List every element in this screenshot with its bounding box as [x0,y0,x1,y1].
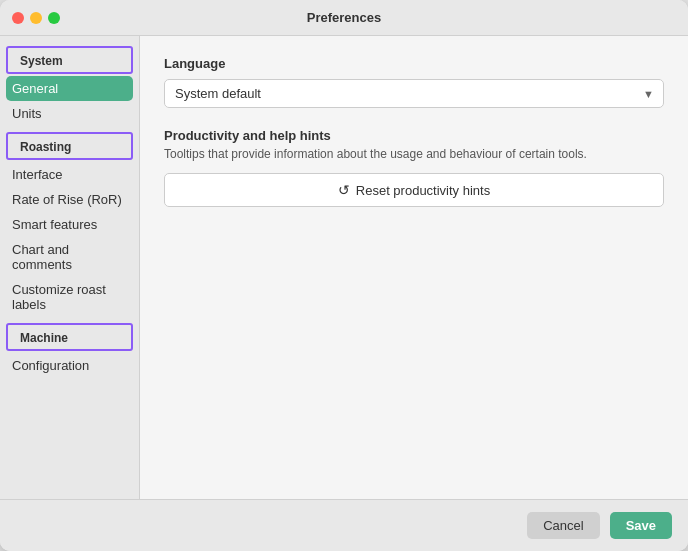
reset-icon: ↺ [338,182,350,198]
sidebar-section-machine: Machine [6,323,133,351]
productivity-desc: Tooltips that provide information about … [164,147,664,161]
minimize-button[interactable] [30,12,42,24]
productivity-section: Productivity and help hints Tooltips tha… [164,128,664,207]
save-button[interactable]: Save [610,512,672,539]
language-select-wrapper: System default ▼ [164,79,664,108]
language-section-title: Language [164,56,664,71]
productivity-title: Productivity and help hints [164,128,664,143]
sidebar-item-units[interactable]: Units [0,101,139,126]
close-button[interactable] [12,12,24,24]
reset-button-label: Reset productivity hints [356,183,490,198]
sidebar-section-system: System [6,46,133,74]
sidebar-item-customize[interactable]: Customize roast labels [0,277,139,317]
sidebar-item-general[interactable]: General [6,76,133,101]
titlebar: Preferences [0,0,688,36]
sidebar-item-configuration[interactable]: Configuration [0,353,139,378]
sidebar-section-roasting: Roasting [6,132,133,160]
sidebar-item-interface[interactable]: Interface [0,162,139,187]
maximize-button[interactable] [48,12,60,24]
cancel-button[interactable]: Cancel [527,512,599,539]
traffic-lights [12,12,60,24]
sidebar-item-ror[interactable]: Rate of Rise (RoR) [0,187,139,212]
language-select[interactable]: System default [164,79,664,108]
sidebar-item-smart-features[interactable]: Smart features [0,212,139,237]
footer: Cancel Save [0,499,688,551]
reset-productivity-button[interactable]: ↺ Reset productivity hints [164,173,664,207]
sidebar: System General Units Roasting Interface … [0,36,140,499]
main-content: System General Units Roasting Interface … [0,36,688,499]
main-panel: Language System default ▼ Productivity a… [140,36,688,499]
sidebar-item-chart-comments[interactable]: Chart and comments [0,237,139,277]
window-title: Preferences [307,10,381,25]
preferences-window: Preferences System General Units Roastin… [0,0,688,551]
